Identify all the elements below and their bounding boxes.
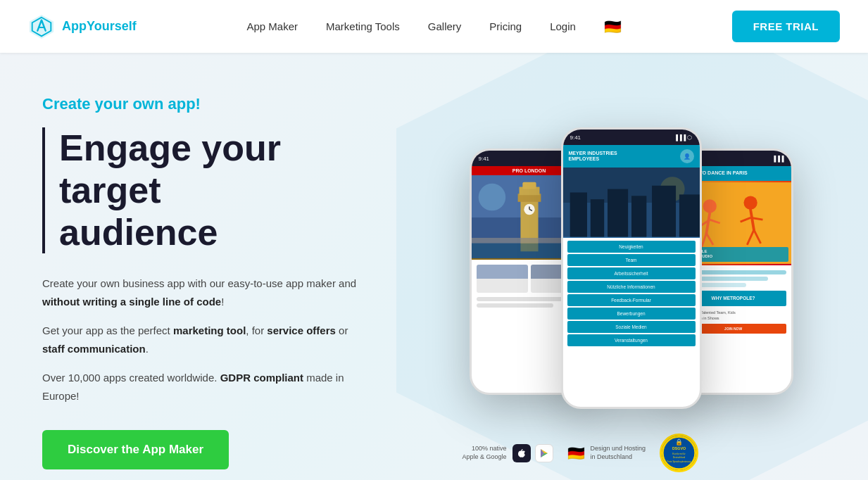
phone-center-status: 9:41▐▐▐ ⬡: [563, 130, 700, 145]
nav-pricing[interactable]: Pricing: [489, 20, 522, 32]
svg-point-31: [743, 196, 757, 209]
phone-hero-image: [563, 168, 700, 238]
native-label-text: 100% native Apple & Google: [463, 445, 507, 461]
badge-dsgvo: DSGVO Konform für Deutschland Freie Spra…: [660, 434, 698, 472]
flag-de: 🇩🇪: [567, 444, 585, 462]
nav-gallery[interactable]: Gallery: [428, 20, 462, 32]
hero-body-1: Create your own business app with our ea…: [42, 274, 366, 310]
apple-store-icon: [512, 444, 531, 462]
svg-rect-20: [608, 189, 628, 237]
svg-text:Konform für: Konform für: [672, 453, 686, 455]
phone-company-name: MEYER INDUSTRIES EMPLOYEES: [569, 151, 617, 163]
create-label: Create your own app!: [42, 95, 366, 113]
svg-rect-9: [522, 182, 536, 189]
hero-body-2: Get your app as the perfect marketing to…: [42, 322, 366, 358]
logo-text: AppYourself: [62, 19, 137, 34]
svg-text:Freie Sprachoptimierung: Freie Sprachoptimierung: [667, 460, 691, 463]
nav-app-maker[interactable]: App Maker: [246, 20, 298, 32]
svg-rect-21: [631, 196, 646, 236]
menu-item-5: Bewerbungen: [567, 308, 696, 320]
menu-item-0: Neuigkeiten: [567, 241, 696, 253]
dsgvo-seal: DSGVO Konform für Deutschland Freie Spra…: [660, 434, 698, 472]
nav-login[interactable]: Login: [550, 20, 576, 32]
svg-rect-18: [570, 193, 586, 237]
phone-center-header: MEYER INDUSTRIES EMPLOYEES 👤: [563, 145, 700, 168]
header: AppYourself App Maker Marketing Tools Ga…: [0, 0, 868, 53]
menu-item-6: Soziale Medien: [567, 321, 696, 333]
menu-item-7: Veranstaltungen: [567, 334, 696, 346]
badge-native: 100% native Apple & Google: [463, 444, 553, 462]
language-flag[interactable]: 🇩🇪: [604, 18, 622, 35]
svg-text:Deutschland: Deutschland: [673, 456, 686, 459]
phone-menu: Neuigkeiten Team Arbeitssicherheit Nützl…: [563, 238, 700, 349]
hero-right: 9:41▐▐▐ PRO LONDON: [394, 53, 868, 480]
svg-text:DSGVO: DSGVO: [672, 446, 686, 450]
svg-rect-22: [652, 186, 676, 237]
badges-row: 100% native Apple & Google: [455, 434, 807, 472]
menu-item-1: Team: [567, 254, 696, 266]
menu-item-3: Nützliche Informationen: [567, 281, 696, 293]
hero-left: Create your own app! Engage your target …: [0, 53, 394, 480]
menu-item-4: Feedback-Formular: [567, 294, 696, 306]
hero-section: Create your own app! Engage your target …: [0, 53, 868, 480]
hero-body-3: Over 10,000 apps created worldwide. GDPR…: [42, 369, 366, 405]
phone-center: 9:41▐▐▐ ⬡ MEYER INDUSTRIES EMPLOYEES 👤: [561, 127, 702, 409]
svg-rect-23: [679, 195, 699, 237]
svg-text:🔒: 🔒: [675, 438, 684, 447]
menu-item-2: Arbeitssicherheit: [567, 267, 696, 279]
store-icons: [512, 444, 553, 462]
design-label: Design und Hosting in Deutschland: [591, 445, 646, 461]
phone-avatar-icon: 👤: [680, 149, 694, 163]
logo[interactable]: AppYourself: [28, 13, 137, 40]
discover-app-maker-button[interactable]: Discover the App Maker: [42, 430, 229, 469]
svg-rect-19: [590, 199, 603, 236]
free-trial-button[interactable]: FREE TRIAL: [732, 11, 840, 42]
svg-point-25: [703, 199, 716, 213]
main-nav: App Maker Marketing Tools Gallery Pricin…: [246, 18, 621, 35]
hero-headline: Engage your target audience: [42, 127, 366, 253]
nav-marketing-tools[interactable]: Marketing Tools: [326, 20, 400, 32]
logo-icon: [28, 13, 55, 40]
phones-container: 9:41▐▐▐ PRO LONDON: [455, 113, 807, 451]
badge-design: 🇩🇪 Design und Hosting in Deutschland: [567, 444, 646, 462]
google-play-icon: [535, 444, 553, 462]
svg-point-5: [478, 184, 505, 211]
